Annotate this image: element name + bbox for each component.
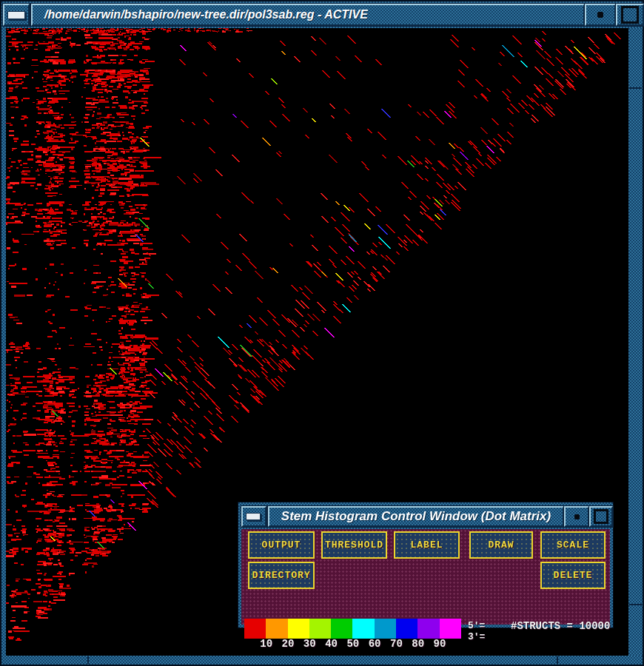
legend-cell [288, 619, 309, 639]
structs-count-label: #STRUCTS = 10000 [511, 620, 613, 633]
draw-button[interactable]: DRAW [469, 531, 533, 559]
five-prime-label: 5'= [468, 620, 485, 631]
legend-cell [352, 619, 374, 639]
iconify-dot-icon [597, 12, 603, 18]
iconify-dot-icon [574, 514, 580, 519]
frame-resize-notch [629, 87, 642, 89]
maximize-square-icon [621, 6, 639, 24]
directory-button[interactable]: DIRECTORY [248, 562, 315, 589]
three-prime-label: 3'= [468, 631, 485, 642]
main-window-title: /home/darwin/bshapiro/new-tree.dir/pol3s… [33, 8, 368, 21]
control-maximize-button[interactable] [589, 506, 613, 527]
control-iconify-button[interactable] [564, 506, 589, 527]
window-menu-button[interactable] [3, 4, 30, 26]
legend-cell [331, 619, 352, 639]
control-window: Stem Histogram Control Window (Dot Matri… [238, 502, 613, 628]
legend-tick-label: 80 [407, 638, 429, 650]
legend-ticks: 102030405060708090 [244, 638, 474, 650]
frame-resize-notch [557, 656, 558, 664]
window-frame-bottom[interactable] [1, 656, 643, 665]
app-window: /home/darwin/bshapiro/new-tree.dir/pol3s… [0, 0, 644, 666]
window-menu-dash-icon [246, 513, 261, 520]
control-title-panel: Stem Histogram Control Window (Dot Matri… [268, 506, 564, 527]
control-window-menu-button[interactable] [241, 506, 266, 527]
legend-cell [244, 619, 266, 639]
maximize-button[interactable] [616, 4, 644, 26]
main-title-panel: /home/darwin/bshapiro/new-tree.dir/pol3s… [31, 4, 585, 26]
window-frame-left[interactable] [1, 28, 6, 663]
main-titlebar: /home/darwin/bshapiro/new-tree.dir/pol3s… [1, 1, 643, 28]
legend-cell [375, 619, 396, 639]
window-frame-right[interactable] [628, 28, 643, 663]
delete-button[interactable]: DELETE [540, 562, 606, 589]
legend-tick-label: 50 [342, 638, 363, 650]
threshold-button[interactable]: THRESHOLD [321, 531, 387, 559]
legend-tick-label: 40 [321, 638, 342, 650]
legend-color-bar [244, 619, 461, 639]
control-window-body: OUTPUT THRESHOLD LABEL DRAW SCALE DIRECT… [241, 529, 610, 625]
window-menu-dash-icon [7, 11, 25, 19]
legend-tick-label: 10 [255, 638, 277, 650]
frame-resize-notch [629, 604, 642, 605]
legend-tick-label: 90 [429, 638, 450, 650]
label-button[interactable]: LABEL [394, 531, 460, 559]
maximize-square-icon [594, 509, 608, 524]
legend-cell [396, 619, 417, 639]
legend-cell [417, 619, 439, 639]
legend-tick-label: 30 [299, 638, 321, 650]
scale-button[interactable]: SCALE [540, 531, 606, 559]
legend-tick-label: 70 [386, 638, 407, 650]
frame-resize-notch [87, 656, 89, 664]
control-window-title: Stem Histogram Control Window (Dot Matri… [281, 509, 551, 524]
legend-tick-label: 60 [363, 638, 385, 650]
iconify-button[interactable] [585, 4, 616, 26]
legend-cell [440, 619, 461, 639]
legend-cell [309, 619, 331, 639]
output-button[interactable]: OUTPUT [248, 531, 315, 559]
legend-cell [266, 619, 287, 639]
legend-tick-label: 20 [277, 638, 298, 650]
